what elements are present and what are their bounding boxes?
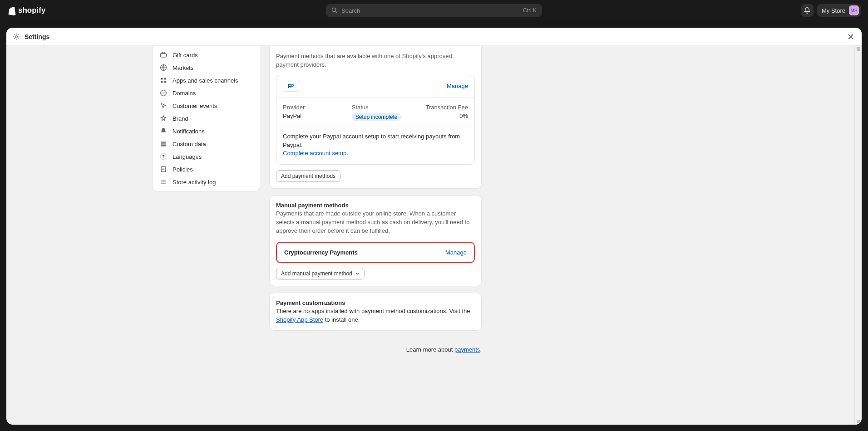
modal-header: Settings (6, 28, 862, 46)
provider-value: PayPal (283, 113, 348, 119)
status-badge: Setup incomplete (352, 113, 401, 121)
customizations-text1: There are no apps installed with payment… (276, 308, 470, 314)
sidebar-item-brand[interactable]: Brand (153, 112, 260, 125)
cursor-icon (160, 102, 167, 109)
log-icon (160, 178, 167, 186)
chevron-down-icon (355, 271, 360, 276)
bell-icon (160, 127, 167, 135)
modal-body: Gift cards Markets Apps and sales channe… (6, 46, 862, 425)
gift-card-icon (160, 51, 167, 59)
sidebar-item-label: Apps and sales channels (173, 77, 238, 84)
settings-sidebar: Gift cards Markets Apps and sales channe… (152, 46, 260, 191)
sidebar-item-languages[interactable]: Languages (153, 150, 260, 163)
svg-rect-15 (161, 143, 166, 144)
svg-rect-12 (164, 81, 166, 83)
sidebar-item-label: Languages (173, 153, 202, 160)
store-name: My Store (822, 7, 845, 14)
svg-rect-10 (164, 78, 166, 79)
search-input[interactable]: Search Ctrl K (326, 4, 542, 17)
sidebar-item-activity-log[interactable]: Store activity log (153, 176, 260, 188)
svg-rect-5 (161, 54, 167, 57)
sidebar-item-label: Gift cards (173, 52, 198, 59)
sidebar-item-label: Policies (173, 166, 193, 173)
customizations-text2: to install one. (323, 316, 360, 323)
apps-icon (160, 77, 167, 84)
note-text: Complete your Paypal account setup to st… (283, 133, 460, 148)
svg-rect-9 (161, 78, 163, 79)
sidebar-item-label: Customer events (173, 103, 217, 109)
complete-setup-link[interactable]: Complete account setup. (283, 150, 348, 157)
crypto-title: Cryptocurrency Payments (284, 249, 358, 256)
approved-providers-card: Payment methods that are available with … (269, 46, 482, 189)
sidebar-item-domains[interactable]: Domains (153, 87, 260, 99)
sidebar-item-label: Markets (173, 64, 193, 71)
search-placeholder: Search (341, 7, 360, 14)
brand-icon (160, 115, 167, 122)
manage-paypal-link[interactable]: Manage (447, 83, 468, 89)
sidebar-item-gift-cards[interactable]: Gift cards (153, 49, 260, 61)
sidebar-item-apps[interactable]: Apps and sales channels (153, 74, 260, 87)
card-description: Payment methods that are available with … (276, 52, 475, 69)
data-icon (160, 140, 167, 147)
manual-heading: Manual payment methods (276, 202, 475, 209)
sidebar-item-label: Domains (173, 90, 196, 97)
language-icon (160, 153, 167, 160)
main-content: Payment methods that are available with … (269, 46, 482, 425)
app-store-link[interactable]: Shopify App Store (276, 316, 323, 323)
search-shortcut: Ctrl K (523, 7, 537, 14)
svg-point-2 (15, 35, 18, 38)
provider-card-paypal: PP Manage Provider PayPal (276, 75, 475, 165)
store-menu-button[interactable]: My Store MS (817, 4, 861, 17)
payments-docs-link[interactable]: payments (454, 346, 480, 353)
close-button[interactable] (846, 32, 855, 41)
add-manual-method-button[interactable]: Add manual payment method (276, 268, 365, 279)
shopify-logo[interactable]: shopify (7, 5, 45, 15)
svg-rect-14 (161, 142, 166, 142)
sidebar-item-policies[interactable]: Policies (153, 163, 260, 176)
svg-line-1 (335, 11, 337, 13)
learn-more-footer: Learn more about payments. (269, 346, 482, 353)
sidebar-item-customer-events[interactable]: Customer events (153, 99, 260, 112)
shopify-logo-text: shopify (18, 6, 45, 15)
fee-label: Transaction Fee (420, 104, 468, 111)
sidebar-item-label: Custom data (173, 141, 206, 147)
topbar: shopify Search Ctrl K My Store MS (0, 0, 868, 21)
status-label: Status (352, 104, 417, 111)
crypto-payments-row: Cryptocurrency Payments Manage (276, 242, 475, 263)
search-icon (331, 7, 338, 14)
svg-rect-11 (161, 81, 163, 83)
manual-payment-card: Manual payment methods Payments that are… (269, 195, 482, 286)
shopify-bag-icon (7, 5, 16, 15)
policies-icon (160, 166, 167, 173)
globe-icon (160, 64, 167, 71)
provider-label: Provider (283, 104, 348, 111)
modal-title: Settings (25, 33, 49, 40)
sidebar-item-markets[interactable]: Markets (153, 61, 260, 74)
customizations-card: Payment customizations There are no apps… (269, 293, 482, 331)
scrollbar[interactable] (854, 46, 862, 425)
gear-icon (13, 33, 20, 40)
sidebar-item-label: Brand (173, 115, 188, 122)
notifications-button[interactable] (801, 4, 814, 17)
svg-point-7 (164, 52, 165, 54)
fee-value: 0% (420, 113, 468, 119)
avatar: MS (849, 5, 859, 15)
sidebar-item-notifications[interactable]: Notifications (153, 125, 260, 137)
settings-modal: Settings Gift cards Markets Apps and sal… (6, 28, 862, 425)
add-payment-methods-button[interactable]: Add payment methods (276, 170, 340, 182)
domain-icon (160, 89, 167, 97)
sidebar-item-label: Notifications (173, 128, 205, 135)
manage-crypto-link[interactable]: Manage (445, 249, 467, 256)
paypal-logo: PP (283, 81, 299, 92)
svg-point-6 (162, 52, 163, 54)
sidebar-item-label: Store activity log (173, 179, 216, 186)
close-icon (848, 34, 854, 40)
customizations-heading: Payment customizations (276, 299, 475, 306)
manual-description: Payments that are made outside your onli… (276, 210, 475, 235)
sidebar-item-custom-data[interactable]: Custom data (153, 137, 260, 150)
svg-point-0 (332, 8, 335, 11)
bell-icon (804, 7, 811, 14)
svg-rect-16 (161, 145, 166, 146)
